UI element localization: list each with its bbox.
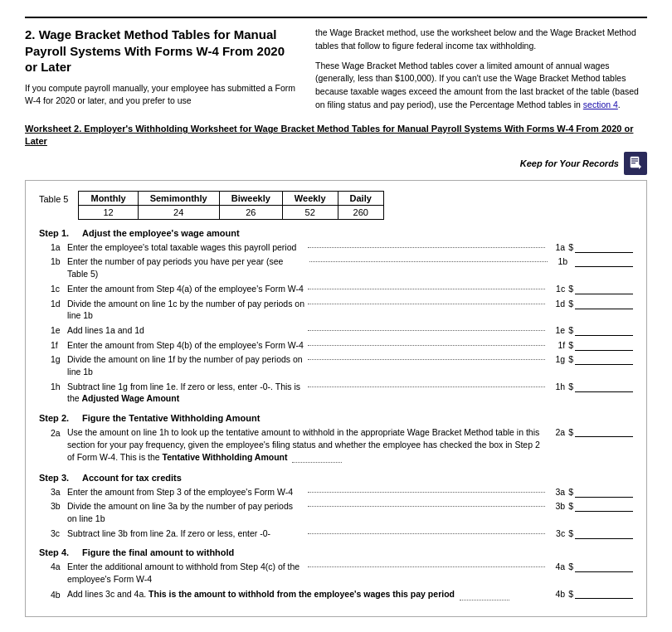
section-title: 2. Wage Bracket Method Tables for Manual… <box>25 27 299 75</box>
line-3b: 3b Divide the amount on line 3a by the n… <box>39 500 633 524</box>
step3-title: Account for tax credits <box>82 473 182 483</box>
left-column: 2. Wage Bracket Method Tables for Manual… <box>25 27 299 114</box>
line-1h: 1h Subtract line 1g from line 1e. If zer… <box>39 381 633 405</box>
step4-label: Step 4. <box>39 547 82 557</box>
keep-record-row: Keep for Your Records <box>25 152 647 175</box>
worksheet-title: Worksheet 2. Employer's Withholding Work… <box>25 123 647 148</box>
svg-rect-0 <box>631 157 639 168</box>
step1-section: Step 1. Adjust the employee's wage amoun… <box>39 228 633 405</box>
col-daily: Daily <box>338 191 383 205</box>
step3-header: Step 3. Account for tax credits <box>39 473 633 483</box>
line-1g: 1g Divide the amount on line 1f by the n… <box>39 353 633 377</box>
table5-label: Table 5 <box>39 191 68 204</box>
step2-label: Step 2. <box>39 413 82 423</box>
step4-section: Step 4. Figure the final amount to withh… <box>39 547 633 600</box>
val-weekly: 52 <box>282 205 338 219</box>
svg-rect-1 <box>631 158 638 159</box>
svg-rect-3 <box>631 163 635 163</box>
line-3c: 3c Subtract line 3b from line 2a. If zer… <box>39 527 633 540</box>
right-column: the Wage Bracket method, use the workshe… <box>315 27 647 114</box>
top-rule <box>25 17 647 18</box>
line-1c: 1c Enter the amount from Step 4(a) of th… <box>39 283 633 295</box>
main-box: Table 5 Monthly Semimonthly Biweekly Wee… <box>25 180 647 617</box>
page-container: 2. Wage Bracket Method Tables for Manual… <box>0 0 672 632</box>
val-daily: 260 <box>338 205 383 219</box>
line-4a: 4a Enter the additional amount to withho… <box>39 561 633 585</box>
step4-header: Step 4. Figure the final amount to withh… <box>39 547 633 557</box>
line-1f: 1f Enter the amount from Step 4(b) of th… <box>39 339 633 352</box>
svg-marker-4 <box>639 164 641 169</box>
line-2a: 2a Use the amount on line 1h to look up … <box>39 426 633 464</box>
step3-label: Step 3. <box>39 473 82 483</box>
line-1d: 1d Divide the amount on line 1c by the n… <box>39 298 633 322</box>
val-monthly: 12 <box>79 205 138 219</box>
line-1b: 1b Enter the number of pay periods you h… <box>39 255 633 280</box>
step1-title: Adjust the employee's wage amount <box>82 228 240 238</box>
step2-section: Step 2. Figure the Tentative Withholding… <box>39 413 633 464</box>
step4-title: Figure the final amount to withhold <box>82 547 234 557</box>
col-biweekly: Biweekly <box>219 191 282 205</box>
step1-label: Step 1. <box>39 228 82 238</box>
line-4b: 4b Add lines 3c and 4a. This is the amou… <box>39 588 633 600</box>
col-monthly: Monthly <box>79 191 138 205</box>
val-semimonthly: 24 <box>138 205 219 219</box>
step2-title: Figure the Tentative Withholding Amount <box>82 413 260 423</box>
table5-row: Table 5 Monthly Semimonthly Biweekly Wee… <box>39 191 633 220</box>
intro-right-1: the Wage Bracket method, use the workshe… <box>315 27 647 53</box>
section4-link[interactable]: section 4 <box>583 100 618 109</box>
intro-section: 2. Wage Bracket Method Tables for Manual… <box>25 27 647 114</box>
line-1e: 1e Add lines 1a and 1d 1e $ <box>39 324 633 337</box>
step1-header: Step 1. Adjust the employee's wage amoun… <box>39 228 633 238</box>
col-semimonthly: Semimonthly <box>138 191 219 205</box>
record-icon <box>624 152 647 175</box>
line-3a: 3a Enter the amount from Step 3 of the e… <box>39 486 633 498</box>
keep-record-text: Keep for Your Records <box>520 158 619 168</box>
intro-left-text: If you compute payroll manually, your em… <box>25 82 299 109</box>
step3-section: Step 3. Account for tax credits 3a Enter… <box>39 473 633 540</box>
val-biweekly: 26 <box>219 205 282 219</box>
col-weekly: Weekly <box>282 191 338 205</box>
line-1a: 1a Enter the employee's total taxable wa… <box>39 241 633 254</box>
intro-right-2: These Wage Bracket Method tables cover a… <box>315 60 647 112</box>
step2-header: Step 2. Figure the Tentative Withholding… <box>39 413 633 423</box>
table5-grid: Monthly Semimonthly Biweekly Weekly Dail… <box>78 191 383 220</box>
svg-rect-2 <box>631 160 638 161</box>
